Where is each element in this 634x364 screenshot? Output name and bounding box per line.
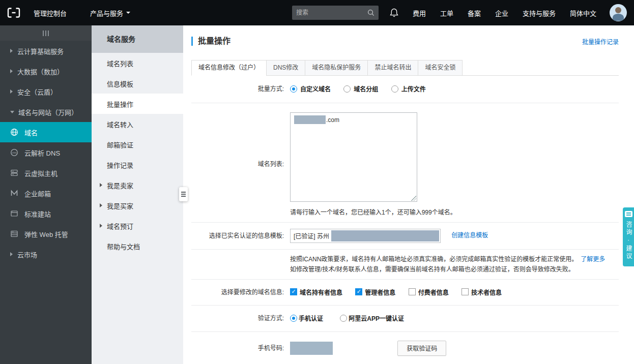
products-services-menu[interactable]: 产品与服务 bbox=[90, 8, 130, 18]
radio-app-verification[interactable]: 阿里云APP一键认证 bbox=[340, 314, 404, 322]
checkbox-billing-info[interactable]: 付费者信息 bbox=[409, 288, 449, 296]
submenu-item-label: 邮箱验证 bbox=[107, 140, 133, 149]
phone-number-label: 手机号码: bbox=[191, 344, 284, 352]
sidebar-item-domain[interactable]: 域名 bbox=[0, 122, 92, 142]
template-value-text: [已验证] 苏州 bbox=[292, 231, 331, 240]
modify-info-row: 选择要修改的域名信息: 域名持有者信息 管理者信息 付费者信息 技术者信息 bbox=[191, 280, 619, 306]
radio-label: 自定义域名 bbox=[300, 84, 331, 93]
tab-forbid-transfer-out[interactable]: 禁止域名转出 bbox=[367, 60, 418, 76]
submenu-item-label: 我是买家 bbox=[107, 201, 133, 210]
tab-privacy-protection[interactable]: 域名隐私保护服务 bbox=[305, 60, 368, 76]
chevron-right-icon bbox=[10, 49, 13, 53]
topbar: 管理控制台 产品与服务 费用 工单 备案 企业 支持与服务 简体中文 bbox=[0, 0, 634, 25]
feedback-tab[interactable]: 咨询·建议 bbox=[623, 207, 634, 266]
products-services-label: 产品与服务 bbox=[90, 8, 123, 18]
sidebar-item-site-builder[interactable]: 标准建站 bbox=[0, 203, 92, 224]
submenu-item-info-template[interactable]: 信息模板 bbox=[92, 73, 183, 94]
sidebar-item-marketplace[interactable]: 云市场 bbox=[0, 244, 92, 264]
sidebar-item-cloud-basics[interactable]: 云计算基础服务 bbox=[0, 41, 92, 61]
submenu-item-label: 域名转入 bbox=[107, 119, 133, 129]
radio-domain-group[interactable]: 域名分组 bbox=[343, 84, 378, 93]
checkbox-admin-info[interactable]: 管理者信息 bbox=[355, 288, 395, 296]
sidebar-item-web-hosting[interactable]: 云虚拟主机 bbox=[0, 163, 92, 183]
sidebar-item-label: 企业邮箱 bbox=[24, 189, 51, 198]
checkbox-tech-info[interactable]: 技术者信息 bbox=[462, 288, 502, 296]
submenu-item-label: 操作记录 bbox=[107, 160, 133, 170]
console-home-link[interactable]: 管理控制台 bbox=[34, 8, 67, 18]
global-search[interactable] bbox=[292, 6, 379, 20]
search-input[interactable] bbox=[296, 9, 367, 16]
notice-spacer bbox=[191, 254, 284, 275]
info-template-select[interactable]: [已验证] 苏州 bbox=[290, 229, 441, 243]
submenu-item-domain-list[interactable]: 域名列表 bbox=[92, 53, 183, 73]
tab-domain-security-lock[interactable]: 域名安全锁 bbox=[418, 60, 463, 76]
sidebar-item-label: 云计算基础服务 bbox=[17, 46, 64, 56]
chat-bubble-icon bbox=[625, 211, 632, 217]
phone-number-input[interactable] bbox=[290, 342, 333, 355]
domain-service-submenu: 域名服务 域名列表 信息模板 批量操作 域名转入 邮箱验证 操作记录 我是卖家 … bbox=[92, 25, 183, 364]
browser-icon bbox=[10, 209, 18, 218]
topbar-link-enterprise[interactable]: 企业 bbox=[495, 8, 508, 18]
radio-phone-verification[interactable]: 手机认证 bbox=[290, 314, 323, 322]
submenu-item-operation-records[interactable]: 操作记录 bbox=[92, 155, 183, 175]
submenu-item-domain-transfer-in[interactable]: 域名转入 bbox=[92, 114, 183, 134]
sidebar-item-big-data[interactable]: 大数据（数加） bbox=[0, 61, 92, 81]
page-header: 批量操作 批量操作记录 bbox=[183, 25, 634, 57]
sidebar-collapse-icon[interactable] bbox=[0, 25, 92, 41]
batch-mode-label: 批量方式: bbox=[191, 85, 284, 93]
tab-dns-modify[interactable]: DNS修改 bbox=[266, 60, 305, 76]
sidebar-item-label: 云解析 DNS bbox=[24, 148, 60, 158]
user-avatar[interactable] bbox=[610, 4, 627, 21]
sidebar-item-dns[interactable]: DNS 云解析 DNS bbox=[0, 142, 92, 163]
sidebar-item-domains-websites[interactable]: 域名与网站（万网） bbox=[0, 102, 92, 122]
globe-icon bbox=[10, 128, 18, 136]
topbar-link-icp[interactable]: 备案 bbox=[468, 8, 481, 18]
topbar-link-billing[interactable]: 费用 bbox=[413, 8, 426, 18]
search-icon[interactable] bbox=[367, 9, 374, 16]
product-sidebar: 云计算基础服务 大数据（数加） 安全（云盾） 域名与网站（万网） 域名 DNS … bbox=[0, 25, 92, 364]
domain-list-label: 域名列表: bbox=[191, 160, 284, 168]
submenu-item-domain-preorder[interactable]: 域名预订 bbox=[92, 216, 183, 236]
create-info-template-link[interactable]: 创建信息模板 bbox=[451, 232, 488, 239]
modify-info-label: 选择要修改的域名信息: bbox=[191, 288, 284, 296]
chevron-right-icon bbox=[10, 252, 13, 256]
aliyun-logo-icon[interactable] bbox=[7, 7, 20, 18]
domain-list-textarea[interactable]: .com bbox=[290, 112, 417, 202]
sidebar-item-elastic-web-hosting[interactable]: 弹性 Web 托管 bbox=[0, 224, 92, 244]
chevron-right-icon bbox=[10, 89, 13, 94]
topbar-link-tickets[interactable]: 工单 bbox=[440, 8, 453, 18]
tab-domain-info-transfer[interactable]: 域名信息修改（过户） bbox=[191, 60, 267, 76]
verification-method-row: 验证方式: 手机认证 阿里云APP一键认证 bbox=[191, 306, 619, 332]
submenu-item-batch-operations[interactable]: 批量操作 bbox=[92, 94, 183, 114]
tab-label: DNS修改 bbox=[273, 64, 298, 71]
resize-grip-icon[interactable] bbox=[411, 196, 416, 201]
checkbox-label: 管理者信息 bbox=[365, 288, 395, 296]
radio-icon bbox=[343, 85, 351, 93]
chevron-right-icon bbox=[100, 224, 102, 228]
learn-more-link[interactable]: 了解更多 bbox=[581, 256, 605, 263]
submenu-item-help-docs[interactable]: 帮助与文档 bbox=[92, 236, 183, 256]
radio-upload-file[interactable]: 上传文件 bbox=[391, 84, 426, 93]
submenu-item-seller[interactable]: 我是卖家 bbox=[92, 175, 183, 195]
submenu-item-buyer[interactable]: 我是买家 bbox=[92, 195, 183, 216]
sidebar-item-label: 域名与网站（万网） bbox=[18, 107, 78, 117]
mail-m-icon bbox=[10, 189, 18, 197]
notifications-bell-icon[interactable] bbox=[390, 8, 398, 17]
domain-help-text: 请每行输入一个域名，您已经输入1个，还可输入999个域名。 bbox=[290, 207, 619, 216]
sidebar-item-label: 云虚拟主机 bbox=[24, 168, 57, 178]
checkbox-registrant-info[interactable]: 域名持有者信息 bbox=[290, 288, 342, 296]
get-verification-code-button[interactable]: 获取验证码 bbox=[397, 341, 446, 356]
submenu-item-email-verification[interactable]: 邮箱验证 bbox=[92, 134, 183, 155]
topbar-link-support[interactable]: 支持与服务 bbox=[523, 8, 556, 18]
radio-icon bbox=[340, 315, 347, 322]
radio-label: 域名分组 bbox=[354, 84, 378, 93]
sidebar-item-enterprise-mail[interactable]: 企业邮箱 bbox=[0, 183, 92, 203]
submenu-collapse-handle[interactable] bbox=[179, 187, 188, 201]
radio-custom-domain[interactable]: 自定义域名 bbox=[290, 84, 331, 93]
submenu-title: 域名服务 bbox=[92, 25, 183, 53]
checkbox-icon bbox=[290, 288, 297, 295]
sidebar-item-security[interactable]: 安全（云盾） bbox=[0, 81, 92, 102]
topbar-link-language[interactable]: 简体中文 bbox=[570, 8, 596, 18]
phone-number-row: 手机号码: 获取验证码 bbox=[191, 332, 619, 364]
batch-operation-records-link[interactable]: 批量操作记录 bbox=[582, 37, 619, 46]
